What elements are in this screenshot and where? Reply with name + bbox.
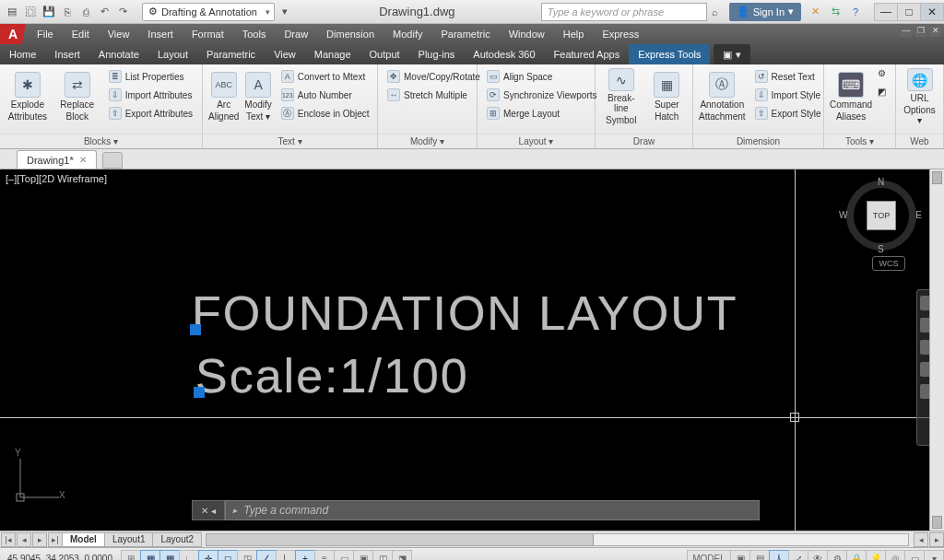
save-icon[interactable]: 💾: [41, 4, 57, 20]
app-menu-button[interactable]: A: [0, 24, 26, 44]
redo-icon[interactable]: ↷: [114, 4, 131, 20]
vscroll-down-button[interactable]: [932, 516, 942, 529]
new-icon[interactable]: ▤: [4, 4, 20, 20]
tab-parametric[interactable]: Parametric: [197, 44, 265, 64]
panel-title-tools[interactable]: Tools ▾: [824, 134, 895, 148]
tab-insert[interactable]: Insert: [45, 44, 89, 64]
panel-title-modify[interactable]: Modify ▾: [378, 134, 477, 148]
sb-dyn[interactable]: +: [295, 550, 315, 561]
sb-annoscale-button[interactable]: 人: [769, 550, 789, 561]
plot-icon[interactable]: ⎙: [77, 4, 94, 20]
import-attributes-button[interactable]: ⇩Import Attributes: [105, 87, 196, 103]
sb-grid[interactable]: ▦: [159, 550, 180, 561]
menu-parametric[interactable]: Parametric: [431, 24, 499, 44]
sb-isolate[interactable]: ◎: [885, 550, 905, 561]
drawing-text-1[interactable]: FOUNDATION LAYOUT: [192, 286, 738, 341]
tab-last-button[interactable]: ▸|: [48, 532, 63, 547]
hscroll-thumb[interactable]: [206, 534, 594, 545]
menu-draw[interactable]: Draw: [275, 24, 317, 44]
auto-number-button[interactable]: 123Auto Number: [277, 87, 373, 103]
menu-express[interactable]: Express: [593, 24, 648, 44]
hscroll-right-button[interactable]: ▸: [929, 532, 944, 547]
drawing-canvas[interactable]: [–][Top][2D Wireframe] FOUNDATION LAYOUT…: [0, 169, 944, 531]
breakline-button[interactable]: ∿Break-lineSymbol: [601, 68, 642, 125]
close-tab-icon[interactable]: ✕: [79, 155, 87, 165]
open-icon[interactable]: ⿴: [22, 4, 39, 20]
menu-file[interactable]: File: [28, 24, 63, 44]
viewcube-face-top[interactable]: TOP: [867, 201, 896, 230]
workspace-select[interactable]: ⚙ Drafting & Annotation: [142, 3, 275, 21]
tab-output[interactable]: Output: [360, 44, 409, 64]
reset-text-button[interactable]: ↺Reset Text: [751, 68, 825, 85]
export-attributes-button[interactable]: ⇧Export Attributes: [105, 105, 196, 122]
sb-ws-button[interactable]: ⚙: [827, 550, 847, 561]
stretch-multiple-button[interactable]: ↔Stretch Multiple: [384, 87, 484, 103]
viewcube-west[interactable]: W: [839, 210, 847, 220]
sb-ducs[interactable]: L: [276, 550, 296, 561]
tab-view[interactable]: View: [265, 44, 305, 64]
tab-express-tools[interactable]: Express Tools: [629, 44, 710, 64]
enclose-button[interactable]: ⒶEnclose in Object: [277, 105, 373, 122]
tab-plug-ins[interactable]: Plug-ins: [409, 44, 465, 64]
sb-3dosnap[interactable]: ◳: [237, 550, 257, 561]
coordinate-display[interactable]: 45.9045, 34.2053, 0.0000: [0, 554, 120, 560]
sync-viewports-button[interactable]: ⟳Synchronize Viewports: [483, 87, 601, 103]
move-copy-rotate-button[interactable]: ✥Move/Copy/Rotate: [384, 68, 484, 85]
tool-extra-icon[interactable]: ⚙: [878, 68, 892, 83]
sb-clean-button[interactable]: ▭: [904, 550, 925, 561]
new-tab-button[interactable]: [102, 152, 123, 169]
menu-edit[interactable]: Edit: [63, 24, 99, 44]
sb-model-button[interactable]: MODEL: [687, 550, 731, 561]
undo-icon[interactable]: ↶: [96, 4, 112, 20]
menu-tools[interactable]: Tools: [233, 24, 276, 44]
cmdline-handle[interactable]: ✕ ◂: [192, 500, 225, 520]
explode-attributes-button[interactable]: ✱ExplodeAttributes: [6, 68, 50, 125]
sb-qp[interactable]: ▣: [353, 550, 373, 561]
viewcube-east[interactable]: E: [915, 210, 922, 220]
search-dropdown-icon[interactable]: ⌕: [707, 4, 724, 20]
menu-insert[interactable]: Insert: [138, 24, 183, 44]
tab-next-button[interactable]: ▸: [32, 532, 47, 547]
align-space-button[interactable]: ▭Align Space: [483, 68, 601, 85]
sb-polar[interactable]: ✛: [198, 550, 218, 561]
panel-title-text[interactable]: Text ▾: [203, 134, 377, 148]
menu-window[interactable]: Window: [500, 24, 554, 44]
wcs-badge[interactable]: WCS: [872, 256, 905, 271]
stayconnected-icon[interactable]: ⇆: [827, 4, 844, 20]
sb-ortho[interactable]: ∟: [179, 550, 199, 561]
sb-layout-nav1[interactable]: ▣: [730, 550, 750, 561]
vscroll-up-button[interactable]: [932, 171, 942, 184]
sb-annovis[interactable]: 👁: [808, 550, 828, 561]
arc-aligned-button[interactable]: ABCArcAligned: [208, 68, 239, 125]
replace-block-button[interactable]: ⇄ReplaceBlock: [55, 68, 100, 125]
layout-tab-2[interactable]: Layout2: [152, 532, 202, 547]
super-hatch-button[interactable]: ▦SuperHatch: [647, 68, 688, 125]
panel-title-layout[interactable]: Layout ▾: [478, 134, 595, 148]
sb-tpy[interactable]: ▭: [334, 550, 354, 561]
command-aliases-button[interactable]: ⌨CommandAliases: [830, 68, 872, 125]
menu-format[interactable]: Format: [183, 24, 233, 44]
help-icon[interactable]: ?: [847, 4, 864, 20]
close-button[interactable]: ✕: [920, 3, 944, 21]
menu-modify[interactable]: Modify: [384, 24, 431, 44]
sb-snap[interactable]: ▦: [140, 550, 160, 561]
merge-layout-button[interactable]: ⊞Merge Layout: [483, 105, 601, 122]
doc-min-button[interactable]: —: [900, 24, 913, 37]
text-grip-1[interactable]: [190, 324, 201, 335]
doc-close-button[interactable]: ✕: [929, 24, 942, 37]
sb-sc[interactable]: ◫: [372, 550, 393, 561]
sb-annoscale2[interactable]: ⤢: [788, 550, 808, 561]
tab-home[interactable]: Home: [0, 44, 45, 64]
sb-osnap[interactable]: ◻: [218, 550, 238, 561]
command-input[interactable]: ▸ Type a command: [225, 500, 760, 520]
signin-button[interactable]: 👤 Sign In ▾: [729, 3, 801, 21]
menu-view[interactable]: View: [99, 24, 139, 44]
menu-help[interactable]: Help: [554, 24, 594, 44]
minimize-button[interactable]: —: [874, 3, 898, 21]
sb-infer[interactable]: ⊞: [121, 550, 141, 561]
file-tab-drawing1[interactable]: Drawing1* ✕: [17, 150, 97, 169]
layout-tab-1[interactable]: Layout1: [104, 532, 154, 547]
maximize-button[interactable]: □: [897, 3, 921, 21]
viewport-label[interactable]: [–][Top][2D Wireframe]: [6, 173, 107, 184]
viewcube-south[interactable]: S: [878, 244, 884, 254]
